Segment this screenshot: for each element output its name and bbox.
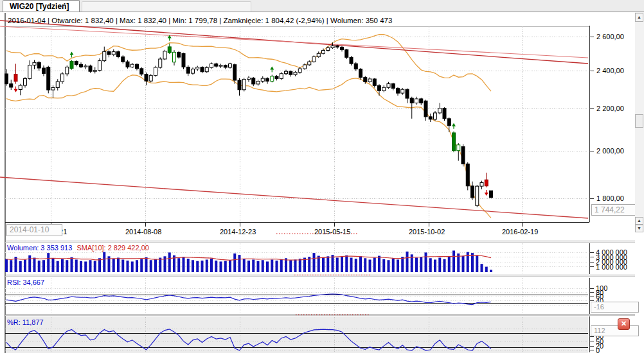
price-trendline-value-box: 1 744,22 [591,204,640,216]
trendline-start-date-box: 2014-01-10 [6,224,62,236]
tab-wig20-weekly[interactable]: WIG20 [Tydzień] [3,0,80,12]
volume-sma-label: SMA[10]: 2 829 422,00 [76,244,149,252]
wr-axis-label: 0 [596,347,600,353]
price-axis-label: 2 000,00 [596,147,624,155]
tab-empty-slot[interactable] [82,1,251,12]
x-axis-date-label: 2014-12-23 [220,228,256,236]
rsi-trendline-value-box: -16 [591,302,639,313]
wr-trendline-value-box: 112 [591,325,639,336]
scrollbar-down-button[interactable]: ▼ [635,225,643,232]
x-axis-date-label: 2015-10-02 [409,228,445,236]
volume-axis-label: 1 000 000 [596,263,627,271]
x-axis-date-label: 2015-05-15 [314,228,350,236]
chart-application-window: WIG20 [Tydzień] 2016-01-04 | Otwarcie: 1… [0,0,644,353]
volume-panel-header: Wolumen: 3 353 913 SMA[10]: 2 829 422,00 [7,244,149,252]
scrollbar-thumb[interactable] [635,114,643,128]
price-axis-label: 2 200,00 [596,105,624,112]
rsi-panel-header: RSI: 34,667 [7,279,44,286]
chart-canvas[interactable] [0,12,644,353]
close-wr-panel-button[interactable]: ✕ [618,318,630,330]
volume-value-label: Wolumen: 3 353 913 [7,244,72,252]
price-axis-label: 2 600,00 [596,33,624,40]
x-axis-date-label: 2016-02-19 [502,228,538,236]
scrollbar-up-button-2[interactable]: ▲ [635,217,643,225]
wr-panel-header: %R: 11,877 [7,318,44,326]
x-axis-date-label: 2014-08-08 [125,228,161,236]
ohlc-info-bar: 2016-01-04 | Otwarcie: 1 832,40 | Max: 1… [8,17,392,24]
scrollbar-up-button[interactable]: ▲ [635,13,643,22]
price-axis-label: 2 400,00 [596,67,624,74]
price-axis-label: 1 800,00 [596,194,624,202]
tab-strip: WIG20 [Tydzień] [0,0,644,12]
